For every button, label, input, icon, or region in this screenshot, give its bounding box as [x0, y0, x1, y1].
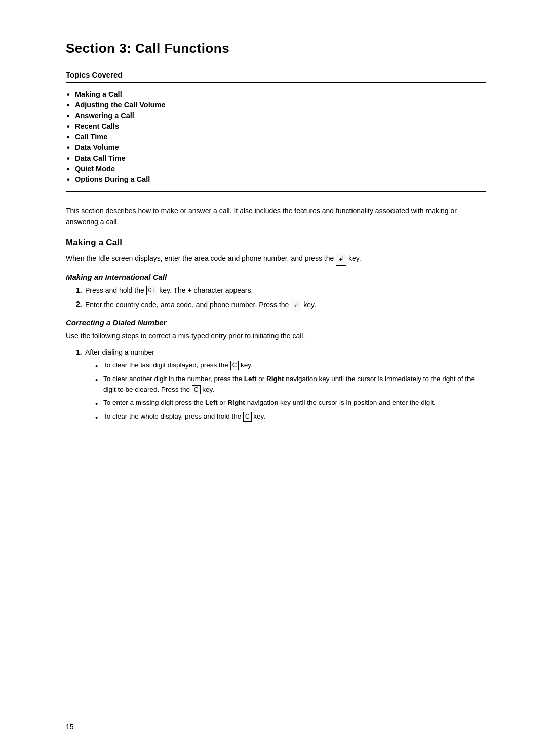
bullet-clear-last: To clear the last digit displayed, press…: [95, 360, 486, 371]
bullet-clear-another: To clear another digit in the number, pr…: [95, 374, 486, 395]
list-item: Data Call Time: [66, 154, 486, 162]
step-number: 1.: [76, 285, 82, 296]
list-item: Answering a Call: [66, 111, 486, 120]
topics-covered-label: Topics Covered: [66, 70, 486, 79]
intro-paragraph: This section describes how to make or an…: [66, 206, 486, 228]
intl-call-step-1: 1. Press and hold the 0+ key. The + char…: [76, 285, 486, 296]
list-item: Making a Call: [66, 90, 486, 98]
c-key-3: C: [243, 412, 252, 422]
right-bold-2: Right: [227, 399, 245, 406]
topics-covered-section: Topics Covered Making a Call Adjusting t…: [66, 70, 486, 192]
bullet-clear-whole: To clear the whole display, press and ho…: [95, 411, 486, 422]
intl-call-step-2: 2. Enter the country code, area code, an…: [76, 299, 486, 311]
left-bold-2: Left: [205, 399, 218, 406]
intl-call-list: 1. Press and hold the 0+ key. The + char…: [76, 285, 486, 312]
step-number: 2.: [76, 299, 82, 310]
intl-call-heading: Making an International Call: [66, 273, 486, 281]
correcting-intro: Use the following steps to correct a mis…: [66, 331, 486, 342]
send-key-icon-2: ↲: [291, 299, 301, 311]
page-number: 15: [66, 723, 74, 731]
c-key-1: C: [230, 361, 239, 370]
making-a-call-text-before: When the Idle screen displays, enter the…: [66, 254, 334, 262]
making-a-call-heading: Making a Call: [66, 238, 486, 248]
list-item: Options During a Call: [66, 175, 486, 183]
topics-list: Making a Call Adjusting the Call Volume …: [66, 90, 486, 183]
correcting-list: 1. After dialing a number To clear the l…: [76, 347, 486, 422]
making-a-call-section: Making a Call When the Idle screen displ…: [66, 238, 486, 422]
correcting-bullets: To clear the last digit displayed, press…: [95, 360, 486, 423]
correcting-step-1: 1. After dialing a number To clear the l…: [76, 347, 486, 422]
c-key-2: C: [192, 385, 201, 395]
page: Section 3: Call Functions Topics Covered…: [0, 0, 547, 756]
list-item: Call Time: [66, 133, 486, 141]
zero-plus-key: 0+: [146, 286, 158, 295]
section-title: Section 3: Call Functions: [66, 41, 486, 56]
correcting-heading: Correcting a Dialed Number: [66, 318, 486, 327]
send-key-icon: ↲: [336, 253, 346, 265]
list-item: Quiet Mode: [66, 165, 486, 173]
making-a-call-text-after: key.: [348, 254, 361, 262]
top-divider: [66, 82, 486, 83]
making-a-call-body: When the Idle screen displays, enter the…: [66, 253, 486, 265]
list-item: Adjusting the Call Volume: [66, 101, 486, 109]
step-number: 1.: [76, 347, 82, 358]
list-item: Recent Calls: [66, 122, 486, 130]
right-bold: Right: [266, 375, 284, 383]
plus-char: +: [188, 286, 192, 294]
left-bold: Left: [244, 375, 257, 383]
bottom-divider: [66, 191, 486, 192]
list-item: Data Volume: [66, 143, 486, 152]
bullet-enter-missing: To enter a missing digit press the Left …: [95, 398, 486, 408]
